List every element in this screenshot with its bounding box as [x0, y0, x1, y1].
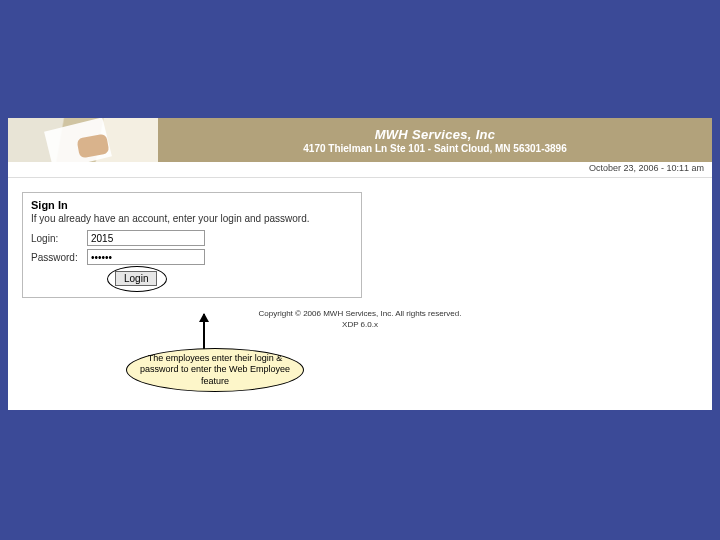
- banner-title-block: MWH Services, Inc 4170 Thielman Ln Ste 1…: [158, 118, 712, 162]
- footer: Copyright © 2006 MWH Services, Inc. All …: [8, 308, 712, 330]
- signin-subheading: If you already have an account, enter yo…: [31, 213, 353, 224]
- signin-heading: Sign In: [31, 199, 353, 211]
- footer-copyright: Copyright © 2006 MWH Services, Inc. All …: [8, 308, 712, 319]
- password-input[interactable]: [87, 249, 205, 265]
- login-input[interactable]: [87, 230, 205, 246]
- login-button-wrap: Login: [115, 271, 353, 286]
- login-label: Login:: [31, 233, 87, 244]
- password-label: Password:: [31, 252, 87, 263]
- company-name: MWH Services, Inc: [375, 127, 496, 142]
- banner-photo: [8, 118, 158, 162]
- date-time-bar: October 23, 2006 - 10:11 am: [8, 162, 712, 178]
- annotation-arrow: [203, 314, 205, 350]
- password-row: Password:: [31, 249, 353, 265]
- login-button[interactable]: Login: [115, 271, 157, 286]
- login-row: Login:: [31, 230, 353, 246]
- app-window: MWH Services, Inc 4170 Thielman Ln Ste 1…: [8, 118, 712, 410]
- company-address: 4170 Thielman Ln Ste 101 - Saint Cloud, …: [303, 143, 566, 154]
- annotation-callout: The employees enter their login & passwo…: [126, 348, 304, 392]
- signin-panel: Sign In If you already have an account, …: [22, 192, 362, 298]
- header-banner: MWH Services, Inc 4170 Thielman Ln Ste 1…: [8, 118, 712, 162]
- footer-version: XDP 6.0.x: [8, 319, 712, 330]
